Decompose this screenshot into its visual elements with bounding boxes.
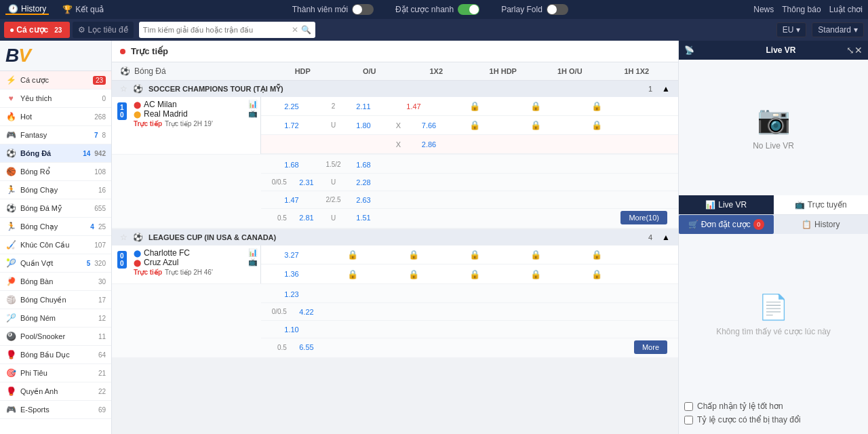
second-nav: ● Cá cược 23 ⚙ Lọc tiêu đề ✕ 🔍 EU ▾ Stan… <box>0 19 868 41</box>
search-icon[interactable]: 🔍 <box>301 25 311 35</box>
e-away-0[interactable]: 1.68 <box>345 159 382 170</box>
tab-bet-slip[interactable]: 🛒 Đơn đặt cược 0 <box>679 215 774 234</box>
no-bets-text: Không tìm thấy vé cược lúc này <box>716 327 831 336</box>
sidebar-item-volleyball[interactable]: 🏐 Bóng Chuyền 17 <box>0 291 111 309</box>
nav-results[interactable]: 🏆 Kết quả <box>60 5 106 14</box>
toggle-parlay-switch[interactable] <box>547 4 568 15</box>
filter-button[interactable]: ⚙ Lọc tiêu đề <box>73 22 133 38</box>
sidebar-item-basketball[interactable]: 🏀 Bóng Rổ 108 <box>0 163 111 181</box>
sidebar-item-fantasy[interactable]: 🎮 Fantasy 7 8 <box>0 126 111 144</box>
league-collapse-icon[interactable]: ▲ <box>662 84 670 94</box>
right-panel-header: 📡 Live VR ⤡ ✕ <box>679 41 868 60</box>
sidebar-item-handball[interactable]: 🏸 Bóng Ném 12 <box>0 309 111 328</box>
league-star-icon[interactable]: ☆ <box>120 84 127 94</box>
search-input[interactable] <box>143 26 292 34</box>
accept-better-odds-option[interactable]: Chấp nhận tỷ lệ tốt hơn <box>684 401 863 411</box>
stream-icon-0[interactable]: 📺 <box>248 109 258 118</box>
live-button[interactable]: ● Cá cược 23 <box>4 22 70 38</box>
sidebar-item-running2[interactable]: 🏃 Bóng Chạy 4 25 <box>0 218 111 236</box>
e-home-1[interactable]: 2.31 <box>291 177 322 188</box>
favorites-count: 0 <box>102 95 106 102</box>
odds-home-0-1[interactable]: 1.72 <box>273 120 311 131</box>
stats-icon-0[interactable]: 📊 <box>248 100 258 108</box>
stats-icon-1[interactable]: 📊 <box>248 248 258 257</box>
odds-may-change-checkbox[interactable] <box>684 416 693 425</box>
league-count-0: 1 <box>648 85 652 93</box>
tab-history[interactable]: 📋 History <box>774 215 869 234</box>
nav-news[interactable]: News <box>753 5 774 14</box>
clear-icon[interactable]: ✕ <box>292 25 298 35</box>
e-home-2[interactable]: 1.47 <box>273 195 311 205</box>
ou1h-group-0-0: 🔒 <box>505 101 566 111</box>
odds-home-1-1[interactable]: 1.36 <box>273 269 311 279</box>
accept-better-odds-checkbox[interactable] <box>684 402 693 411</box>
sidebar-item-rugby[interactable]: 🥊 Bóng Bầu Dục 64 <box>0 346 111 364</box>
more-btn-area-0: More(10) <box>383 208 678 227</box>
sidebar-item-favorites[interactable]: ♥ Yêu thích 0 <box>0 90 111 108</box>
close-panel-button[interactable]: ✕ <box>854 45 863 56</box>
e1-home-0[interactable]: 1.23 <box>273 289 311 300</box>
e-home-0-0[interactable]: 1.68 <box>273 159 311 170</box>
stream-icon-1[interactable]: 📺 <box>248 258 258 267</box>
e1-home-2[interactable]: 1.10 <box>273 324 311 335</box>
standard-chevron: ▾ <box>854 25 858 35</box>
sidebar-item-live[interactable]: ⚡ Cá cược 23 <box>0 71 111 90</box>
odds-x12-0-0[interactable]: 1.47 <box>395 101 433 112</box>
top-nav: 🕐 History 🏆 Kết quả Thành viên mới Đặt c… <box>0 0 868 19</box>
nav-rules[interactable]: Luật chơi <box>829 5 863 14</box>
tab-live-vr[interactable]: 📊 Live VR <box>679 195 774 214</box>
e1-home-1[interactable]: 4.22 <box>291 307 322 317</box>
odds-away-0-1[interactable]: 1.80 <box>345 120 382 131</box>
sidebar-item-hot[interactable]: 🔥 Hot 268 <box>0 108 111 126</box>
toggle-quick-bet: Đặt cược nhanh <box>395 4 479 15</box>
e-away-1[interactable]: 2.28 <box>345 177 382 188</box>
x12-draw-0-1[interactable]: X <box>383 120 414 131</box>
standard-dropdown[interactable]: Standard ▾ <box>812 22 864 37</box>
odds-x12-0-1[interactable]: 7.66 <box>414 120 444 131</box>
more-button-1[interactable]: More <box>634 340 667 354</box>
eu-dropdown[interactable]: EU ▾ <box>776 22 807 37</box>
league-collapse-icon-1[interactable]: ▲ <box>662 233 670 242</box>
toggle-quick-bet-switch[interactable] <box>458 4 479 15</box>
league-soccer-champions[interactable]: ☆ ⚽ SOCCER CHAMPIONS TOUR (TẠI MỸ) 1 ▲ <box>112 81 678 97</box>
sidebar-item-tabletennis[interactable]: 🏓 Bóng Bàn 30 <box>0 273 111 291</box>
running2-count: 25 <box>98 223 106 231</box>
tab-broadcast[interactable]: 📺 Trực tuyến <box>774 195 869 214</box>
odds-x12-0-2[interactable]: 2.86 <box>414 139 444 150</box>
toggle-new-member-switch[interactable] <box>352 4 374 15</box>
e-ou-mid-2: 2/2.5 <box>323 196 344 203</box>
e-away-3[interactable]: 1.51 <box>345 212 382 223</box>
sidebar-item-football[interactable]: ⚽ Bóng Đá 14 942 <box>0 144 111 163</box>
odds-may-change-option[interactable]: Tỷ lệ cược có thể bị thay đổi <box>684 415 863 425</box>
minimize-button[interactable]: ⤡ <box>846 45 854 56</box>
league-leagues-cup[interactable]: ☆ ⚽ LEAGUES CUP (IN USA & CANADA) 4 ▲ <box>112 229 678 245</box>
bet-count-badge: 0 <box>753 219 764 230</box>
team2-name-1: ⬤ Cruz Azul <box>134 258 256 267</box>
nav-history[interactable]: 🕐 History <box>5 4 49 15</box>
e-away-2[interactable]: 2.63 <box>345 195 382 205</box>
handball-count: 12 <box>98 315 106 322</box>
sidebar-item-hockey[interactable]: 🏑 Khúc Côn Cầu 107 <box>0 236 111 254</box>
e-home-3[interactable]: 2.81 <box>291 212 322 223</box>
odds-home-1-0[interactable]: 3.27 <box>273 250 311 260</box>
sidebar-item-esports[interactable]: 🎮 E-Sports 69 <box>0 401 111 419</box>
league-star-icon-1[interactable]: ☆ <box>120 233 127 242</box>
sidebar-live-label: Cá cược <box>20 76 87 85</box>
sidebar-item-tennis[interactable]: 🎾 Quần Vợt 5 320 <box>0 254 111 273</box>
sidebar-item-darts[interactable]: 🎯 Phi Tiêu 21 <box>0 364 111 382</box>
sidebar-item-american-football[interactable]: ⚽ Bóng Đá Mỹ 655 <box>0 199 111 218</box>
extra-row-1-0: 1.23 <box>261 285 678 303</box>
odds-away-0-0[interactable]: 2.11 <box>345 101 382 112</box>
ou-mid-0-0: 2 <box>323 102 344 110</box>
second-nav-right: EU ▾ Standard ▾ <box>776 22 864 37</box>
sidebar-item-boxing[interactable]: 🥊 Quyền Anh 22 <box>0 382 111 401</box>
e1-home-3[interactable]: 6.55 <box>291 342 322 353</box>
toggle-parlay-fold: Parlay Fold <box>501 4 568 15</box>
nav-notifications[interactable]: Thông báo <box>782 5 821 14</box>
odds-home-0-0[interactable]: 2.25 <box>273 101 311 112</box>
sidebar-item-running[interactable]: 🏃 Bóng Chạy 16 <box>0 181 111 199</box>
running2-icon: 🏃 <box>5 221 16 232</box>
more-button-0[interactable]: More(10) <box>620 211 667 224</box>
sidebar-item-snooker[interactable]: 🎱 Pool/Snooker 11 <box>0 328 111 346</box>
search-box: ✕ 🔍 <box>139 22 315 38</box>
